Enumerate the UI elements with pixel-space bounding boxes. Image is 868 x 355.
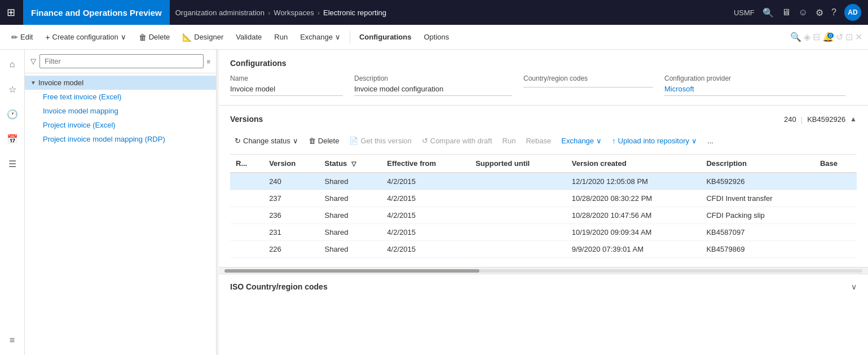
tree-search-input[interactable] bbox=[39, 54, 204, 68]
compare-with-draft-button[interactable]: ↺ Compare with draft bbox=[417, 133, 497, 148]
table-cell: Shared bbox=[319, 207, 382, 224]
toolbar: ✏ Edit + Create configuration ∨ 🗑 Delete… bbox=[0, 25, 868, 50]
toolbar-right-icons: 🔍 ◈ ⊟ 🔔0 ↺ ⊡ ✕ bbox=[790, 32, 862, 42]
tree-filter-bar: ▽ ≡ bbox=[25, 50, 216, 73]
table-cell bbox=[470, 224, 566, 241]
table-cell bbox=[814, 173, 857, 190]
table-cell bbox=[230, 224, 263, 241]
app-title: Finance and Operations Preview bbox=[23, 0, 170, 25]
options-button[interactable]: Options bbox=[418, 27, 455, 47]
versions-delete-button[interactable]: 🗑 Delete bbox=[304, 133, 344, 148]
tree-child-label: Invoice model mapping bbox=[43, 107, 118, 115]
table-cell: 231 bbox=[263, 224, 319, 241]
versions-badge-num: 240 bbox=[784, 115, 796, 124]
smiley-icon[interactable]: ☺ bbox=[799, 7, 808, 17]
plus-icon: + bbox=[45, 33, 50, 42]
toolbar-expand-icon[interactable]: ⊡ bbox=[845, 32, 853, 42]
help-icon[interactable]: ? bbox=[831, 7, 836, 17]
search-nav-icon[interactable]: 🔍 bbox=[763, 7, 774, 18]
tree-item-invoice-mapping[interactable]: Invoice model mapping bbox=[25, 104, 216, 118]
table-cell: CFDI Packing slip bbox=[700, 207, 814, 224]
settings-icon[interactable]: ⚙ bbox=[816, 7, 823, 18]
table-cell: Shared bbox=[319, 190, 382, 207]
table-cell: KB4579869 bbox=[700, 241, 814, 258]
nav-home-icon[interactable]: ⌂ bbox=[2, 54, 23, 74]
configurations-button[interactable]: Configurations bbox=[354, 27, 417, 47]
col-status: Status ▽ bbox=[319, 155, 382, 173]
run-button[interactable]: Run bbox=[268, 27, 293, 47]
versions-run-button[interactable]: Run bbox=[498, 133, 521, 148]
designer-button[interactable]: 📐 Designer bbox=[177, 27, 229, 47]
config-country-field: Country/region codes bbox=[523, 74, 664, 96]
left-sidebar-icons: ⌂ ☆ 🕐 📅 ☰ ≡ bbox=[0, 50, 25, 355]
horizontal-scrollbar[interactable] bbox=[219, 267, 868, 274]
versions-badge-kb: KB4592926 bbox=[807, 115, 845, 124]
scrollbar-thumb[interactable] bbox=[224, 269, 479, 273]
toolbar-search-icon[interactable]: 🔍 bbox=[790, 32, 801, 42]
config-provider-value[interactable]: Microsoft bbox=[664, 85, 845, 96]
config-provider-field: Configuration provider Microsoft bbox=[664, 74, 857, 96]
designer-icon: 📐 bbox=[182, 33, 192, 42]
versions-exchange-button[interactable]: Exchange ∨ bbox=[557, 133, 606, 148]
tree-item-free-text[interactable]: Free text invoice (Excel) bbox=[25, 90, 216, 104]
nav-calendar-icon[interactable]: 📅 bbox=[2, 129, 23, 149]
nav-hamburger-icon[interactable]: ≡ bbox=[2, 330, 23, 350]
delete-button[interactable]: 🗑 Delete bbox=[133, 27, 176, 47]
toolbar-refresh-icon[interactable]: ↺ bbox=[836, 32, 843, 42]
breadcrumb-workspaces[interactable]: Workspaces bbox=[274, 8, 314, 17]
user-avatar[interactable]: AD bbox=[844, 4, 861, 21]
create-config-chevron: ∨ bbox=[121, 33, 126, 41]
col-base: Base bbox=[814, 155, 857, 173]
toolbar-layout-icon[interactable]: ⊟ bbox=[813, 32, 820, 42]
table-row[interactable]: 240Shared4/2/201512/1/2020 12:05:08 PMKB… bbox=[230, 173, 857, 190]
versions-toolbar: ↻ Change status ∨ 🗑 Delete 📄 Get this ve… bbox=[230, 129, 857, 155]
tree-item-project-invoice[interactable]: Project invoice (Excel) bbox=[25, 118, 216, 132]
config-name-label: Name bbox=[230, 74, 343, 82]
get-this-version-button[interactable]: 📄 Get this version bbox=[345, 133, 416, 148]
main-layout: ⌂ ☆ 🕐 📅 ☰ ≡ ▽ ≡ ▼ Invoice model Free tex… bbox=[0, 50, 868, 355]
table-cell bbox=[814, 224, 857, 241]
table-cell: 9/9/2020 07:39:01 AM bbox=[566, 241, 701, 258]
iso-chevron-icon: ∨ bbox=[851, 282, 857, 291]
edit-button[interactable]: ✏ Edit bbox=[6, 27, 38, 47]
scrollbar-track[interactable] bbox=[224, 269, 862, 273]
validate-button[interactable]: Validate bbox=[230, 27, 267, 47]
table-row[interactable]: 237Shared4/2/201510/28/2020 08:30:22 PMC… bbox=[230, 190, 857, 207]
filter-icon: ▽ bbox=[30, 57, 36, 65]
monitor-icon[interactable]: 🖥 bbox=[782, 7, 791, 17]
versions-more-button[interactable]: ... bbox=[703, 133, 718, 148]
table-row[interactable]: 231Shared4/2/201510/19/2020 09:09:34 AMK… bbox=[230, 224, 857, 241]
col-description: Description bbox=[700, 155, 814, 173]
table-cell: Shared bbox=[319, 241, 382, 258]
app-grid-icon[interactable]: ⊞ bbox=[7, 6, 15, 19]
col-effective-from: Effective from bbox=[381, 155, 470, 173]
config-country-label: Country/region codes bbox=[523, 74, 653, 82]
get-version-icon: 📄 bbox=[349, 137, 358, 145]
change-status-button[interactable]: ↻ Change status ∨ bbox=[230, 133, 303, 148]
versions-collapse-btn[interactable]: ▲ bbox=[850, 115, 857, 123]
table-cell: 12/1/2020 12:05:08 PM bbox=[566, 173, 701, 190]
iso-section[interactable]: ISO Country/region codes ∨ bbox=[219, 274, 868, 299]
config-fields: Name Invoice model Description Invoice m… bbox=[230, 74, 857, 96]
versions-section: Versions 240 | KB4592926 ▲ ↻ Change stat… bbox=[219, 106, 868, 267]
tree-item-project-mapping[interactable]: Project invoice model mapping (RDP) bbox=[25, 132, 216, 146]
exchange-ver-chevron: ∨ bbox=[596, 137, 602, 145]
nav-clock-icon[interactable]: 🕐 bbox=[2, 104, 23, 124]
toolbar-filter-icon[interactable]: ◈ bbox=[804, 32, 810, 42]
status-filter-icon[interactable]: ▽ bbox=[351, 160, 356, 167]
breadcrumb-org[interactable]: Organization administration bbox=[175, 8, 265, 17]
table-cell: 4/2/2015 bbox=[381, 241, 470, 258]
toolbar-notif-icon[interactable]: 🔔0 bbox=[822, 32, 834, 42]
toolbar-close-icon[interactable]: ✕ bbox=[855, 32, 862, 42]
tree-item-invoice-model[interactable]: ▼ Invoice model bbox=[25, 76, 216, 90]
table-row[interactable]: 226Shared4/2/20159/9/2020 07:39:01 AMKB4… bbox=[230, 241, 857, 258]
table-row[interactable]: 236Shared4/2/201510/28/2020 10:47:56 AMC… bbox=[230, 207, 857, 224]
create-config-button[interactable]: + Create configuration ∨ bbox=[39, 27, 131, 47]
table-cell: 10/19/2020 09:09:34 AM bbox=[566, 224, 701, 241]
exchange-button[interactable]: Exchange ∨ bbox=[294, 27, 346, 47]
nav-star-icon[interactable]: ☆ bbox=[2, 79, 23, 99]
upload-repository-button[interactable]: ↑ Upload into repository ∨ bbox=[607, 133, 702, 148]
nav-list-icon[interactable]: ☰ bbox=[2, 154, 23, 174]
rebase-button[interactable]: Rebase bbox=[521, 133, 556, 148]
col-r: R... bbox=[230, 155, 263, 173]
